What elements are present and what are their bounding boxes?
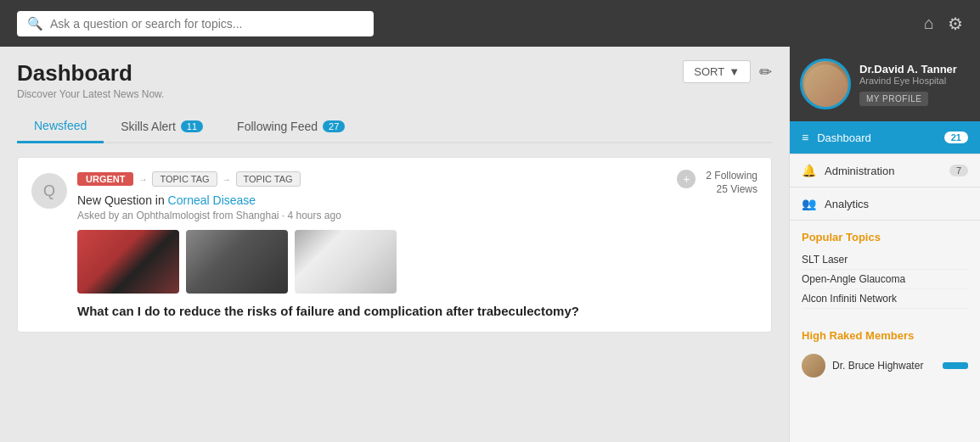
search-icon: 🔍	[27, 16, 43, 31]
page-subtitle: Discover Your Latest News Now.	[17, 88, 164, 100]
sort-button[interactable]: SORT ▼	[683, 60, 751, 83]
topbar: 🔍 ⌂ ⚙	[0, 0, 980, 47]
feed-card: Q URGENT → TOPIC TAG → TOPIC TAG + New Q…	[17, 157, 772, 333]
header-actions: SORT ▼ ✏	[683, 60, 772, 83]
high-ranked-section: High Raked Members Dr. Bruce Highwater	[790, 319, 980, 393]
member-rank-bar	[943, 362, 968, 369]
card-tags: URGENT → TOPIC TAG → TOPIC TAG +	[77, 170, 696, 188]
tab-following-feed[interactable]: Following Feed 27	[220, 110, 362, 142]
main-layout: Dashboard Discover Your Latest News Now.…	[0, 47, 980, 442]
add-tag-button[interactable]: +	[677, 170, 696, 188]
card-images	[77, 230, 696, 294]
topic-item[interactable]: Alcon Infiniti Network	[802, 289, 968, 309]
image-device	[186, 230, 288, 294]
chevron-down-icon: ▼	[729, 65, 740, 78]
profile-section: Dr.David A. Tanner Aravind Eye Hospital …	[790, 47, 980, 121]
card-meta: Asked by an Ophthalmologist from Shangha…	[77, 210, 696, 221]
tab-newsfeed[interactable]: Newsfeed	[17, 110, 104, 143]
card-content: URGENT → TOPIC TAG → TOPIC TAG + New Que…	[77, 170, 696, 320]
sidebar-item-label: Dashboard	[817, 131, 936, 144]
skills-alert-badge: 11	[181, 120, 203, 132]
topic-item[interactable]: Open-Angle Glaucoma	[802, 270, 968, 289]
tab-skills-alert[interactable]: Skills Alert 11	[104, 110, 220, 142]
sidebar-item-dashboard[interactable]: ≡ Dashboard 21	[790, 121, 980, 154]
dashboard-badge: 21	[944, 131, 968, 143]
avatar	[800, 59, 851, 109]
search-bar[interactable]: 🔍	[17, 11, 374, 36]
views-count: 25 Views	[717, 183, 758, 195]
sidebar-item-administration[interactable]: 🔔 Administration 7	[790, 154, 980, 187]
topic-tag-2[interactable]: TOPIC TAG	[236, 171, 301, 187]
member-name: Dr. Bruce Highwater	[832, 360, 936, 372]
sidebar-item-label: Administration	[825, 165, 941, 177]
urgent-tag: URGENT	[77, 172, 133, 186]
card-stats: 2 Following 25 Views	[706, 170, 758, 195]
home-icon[interactable]: ⌂	[924, 14, 934, 33]
dashboard-title-group: Dashboard Discover Your Latest News Now.	[17, 60, 164, 100]
sidebar-item-label: Analytics	[825, 198, 968, 210]
tag-arrow-2: →	[222, 175, 231, 184]
tabs: Newsfeed Skills Alert 11 Following Feed …	[17, 110, 772, 143]
tag-arrow-1: →	[138, 175, 147, 184]
card-top: Q URGENT → TOPIC TAG → TOPIC TAG + New Q…	[31, 170, 758, 320]
settings-icon[interactable]: ⚙	[948, 14, 963, 34]
question-title: New Question in Corneal Disease	[77, 193, 696, 207]
avatar-image	[804, 64, 847, 107]
sidebar: Dr.David A. Tanner Aravind Eye Hospital …	[789, 47, 980, 442]
member-avatar	[802, 354, 825, 378]
following-count: 2 Following	[706, 170, 758, 182]
image-eye-close	[295, 230, 397, 294]
my-profile-button[interactable]: MY PROFILE	[859, 92, 928, 106]
high-ranked-title: High Raked Members	[802, 329, 968, 342]
topic-tag-1[interactable]: TOPIC TAG	[152, 171, 217, 187]
profile-org: Aravind Eye Hospital	[859, 76, 970, 86]
search-input[interactable]	[50, 17, 363, 31]
member-item: Dr. Bruce Highwater	[802, 349, 968, 383]
popular-topics-title: Popular Topics	[802, 231, 968, 243]
avatar: Q	[31, 173, 67, 209]
profile-name: Dr.David A. Tanner	[859, 63, 970, 76]
edit-button[interactable]: ✏	[759, 63, 772, 81]
profile-info: Dr.David A. Tanner Aravind Eye Hospital …	[859, 63, 970, 106]
administration-badge: 7	[949, 165, 968, 176]
page-title: Dashboard	[17, 60, 164, 87]
content-area: Dashboard Discover Your Latest News Now.…	[0, 47, 789, 442]
card-footer-title: What can I do to reduce the risks of fai…	[77, 302, 696, 320]
dashboard-icon: ≡	[802, 131, 808, 144]
image-eye-drops	[77, 230, 179, 294]
topbar-icons: ⌂ ⚙	[924, 14, 963, 34]
following-feed-badge: 27	[323, 120, 345, 132]
people-icon: 👥	[802, 197, 816, 210]
sidebar-item-analytics[interactable]: 👥 Analytics	[790, 187, 980, 221]
topic-item[interactable]: SLT Laser	[802, 250, 968, 270]
question-link[interactable]: Corneal Disease	[168, 193, 256, 207]
bell-icon: 🔔	[802, 164, 816, 177]
dashboard-header: Dashboard Discover Your Latest News Now.…	[17, 60, 772, 100]
popular-topics-section: Popular Topics SLT Laser Open-Angle Glau…	[790, 221, 980, 319]
